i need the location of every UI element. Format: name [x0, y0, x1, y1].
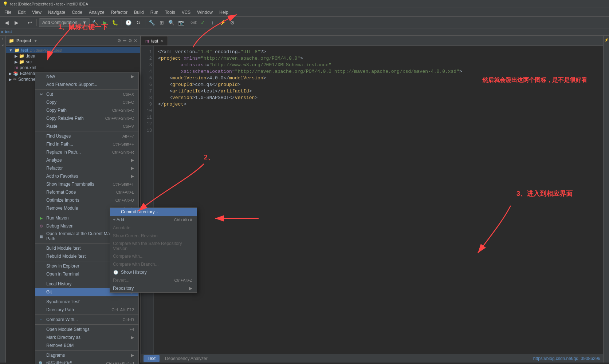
reload-button[interactable]: ↻	[134, 18, 143, 27]
menu-edit[interactable]: Edit	[15, 9, 28, 16]
left-icon-2[interactable]: 2	[0, 43, 5, 48]
debug-button[interactable]: 🐛	[111, 18, 119, 27]
right-icon-1[interactable]: ⚡	[604, 37, 609, 43]
cm-st-icon	[38, 181, 44, 187]
cm-refactor[interactable]: Refactor ▶	[35, 164, 138, 172]
cm-compare-with[interactable]: ↔ Compare With... Ctrl+D	[35, 316, 138, 324]
git-check-button[interactable]: ✓	[199, 18, 207, 27]
tab-text[interactable]: Text	[144, 355, 160, 362]
git-options-button[interactable]: ⊘	[228, 18, 237, 27]
git-update-button[interactable]: ⚡	[218, 18, 227, 27]
menu-analyze[interactable]: Analyze	[86, 9, 107, 16]
menu-tools[interactable]: Tools	[162, 9, 178, 16]
project-list-icon[interactable]: ☰	[123, 38, 127, 43]
menu-run[interactable]: Run	[148, 9, 161, 16]
menu-vcs[interactable]: VCS	[179, 9, 194, 16]
run-config-button[interactable]: Add Configuration... ▼	[39, 18, 90, 27]
git-commit-dir[interactable]: Commit Directory...	[110, 208, 197, 216]
code-line-1: <?xml version="1.0" encoding="UTF-8"?>	[158, 49, 599, 55]
cm-remove-bom[interactable]: Remove BOM	[35, 341, 138, 349]
cm-new[interactable]: New ▶	[35, 72, 138, 80]
back-button[interactable]: ◀	[2, 18, 11, 27]
title-bar: 💡 test [D:\ideaProject\test] - test - In…	[0, 0, 609, 8]
tree-item-test-root[interactable]: ▼ 📁 test D:\ideaProject\test	[6, 47, 140, 53]
main-area: 1 2 📁 Project ▼ ⚙ ☰ ⚙ ✕ ▼ 📁 test D:\idea…	[0, 36, 609, 363]
cm-lh-icon	[38, 281, 44, 287]
revert-button[interactable]: ↩	[25, 18, 34, 27]
cm-rf-shortcut: Ctrl+Alt+L	[116, 190, 134, 194]
ln-10: 10	[142, 108, 152, 114]
git-cs-label: Compare with the Same Repository Version	[113, 241, 192, 251]
search-button[interactable]: 🔍	[167, 18, 176, 27]
cm-add-favorites[interactable]: Add to Favorites ▶	[35, 172, 138, 180]
cm-find-in-path[interactable]: Find in Path... Ctrl+Shift+F	[35, 140, 138, 148]
tree-item-pom[interactable]: m pom.xml	[6, 65, 140, 71]
git-cb-label: Compare with Branch...	[113, 262, 192, 267]
git-add[interactable]: + Add Ctrl+Alt+A	[110, 216, 197, 224]
cm-synchronize[interactable]: Synchronize 'test'	[35, 298, 138, 306]
project-dropdown-arrow[interactable]: ▼	[34, 38, 38, 43]
tab-dependency-analyzer[interactable]: Dependency Analyzer	[161, 355, 212, 362]
cm-copy-label: Copy	[46, 100, 123, 105]
cm-open-module-settings[interactable]: Open Module Settings F4	[35, 325, 138, 333]
cm-sep-7	[35, 297, 138, 297]
git-add-label: + Add	[113, 217, 174, 222]
tab-close-icon[interactable]: ✕	[160, 39, 163, 43]
git-show-history[interactable]: 🕐 Show History	[110, 268, 197, 276]
tree-expand-idea: ▶	[15, 54, 17, 59]
cm-fu-label: Find Usages	[46, 134, 122, 139]
project-close-icon[interactable]: ✕	[134, 38, 137, 43]
project-gear-icon[interactable]: ⚙	[128, 38, 132, 43]
run-button[interactable]: ▶	[101, 18, 110, 27]
git-repository[interactable]: Repository ▶	[110, 284, 197, 292]
cm-mark-dir[interactable]: Mark Directory as ▶	[35, 333, 138, 341]
git-compare-same: Compare with the Same Repository Version	[110, 240, 197, 252]
cm-new-icon	[38, 74, 44, 79]
cm-optimize-imports[interactable]: Optimize Imports Ctrl+Alt+O	[35, 196, 138, 204]
cm-copy-shortcut: Ctrl+C	[123, 100, 134, 104]
cm-copy-path[interactable]: Copy Path Ctrl+Shift+C	[35, 106, 138, 114]
cm-copy[interactable]: Copy Ctrl+C	[35, 98, 138, 106]
left-icon-1[interactable]: 1	[0, 37, 5, 42]
history-button[interactable]: 🕐	[124, 18, 133, 27]
menu-code[interactable]: Code	[69, 9, 85, 16]
menu-view[interactable]: View	[29, 9, 44, 16]
cm-reformat[interactable]: Reformat Code Ctrl+Alt+L	[35, 188, 138, 196]
cm-new-arrow: ▶	[131, 74, 134, 79]
cm-an-icon	[38, 157, 44, 163]
project-settings-icon[interactable]: ⚙	[117, 38, 121, 43]
menu-window[interactable]: Window	[194, 9, 216, 16]
cm-diag-icon	[38, 352, 44, 358]
forward-button[interactable]: ▶	[12, 18, 21, 27]
cm-cut[interactable]: ✂ Cut Ctrl+X	[35, 90, 138, 98]
cm-show-thumbnails[interactable]: Show Image Thumbnails Ctrl+Shift+T	[35, 180, 138, 188]
cm-copy-rel-path[interactable]: Copy Relative Path Ctrl+Alt+Shift+C	[35, 114, 138, 122]
cm-sep-10	[35, 350, 138, 351]
layout-button[interactable]: ⊞	[157, 18, 166, 27]
menu-help[interactable]: Help	[216, 9, 231, 16]
cm-paste[interactable]: Paste Ctrl+V	[35, 122, 138, 130]
editor-tab-pom[interactable]: m test ✕	[141, 36, 168, 46]
cm-rp-shortcut: Ctrl+Shift+R	[112, 150, 134, 154]
cm-rf-icon	[38, 189, 44, 195]
menu-file[interactable]: File	[1, 9, 14, 16]
cm-replace-in-path[interactable]: Replace in Path... Ctrl+Shift+R	[35, 148, 138, 156]
code-content[interactable]: <?xml version="1.0" encoding="UTF-8"?> <…	[154, 46, 603, 354]
camera-button[interactable]: 📷	[177, 18, 186, 27]
cm-find-usages[interactable]: Find Usages Alt+F7	[35, 132, 138, 140]
tree-src-label: src	[26, 59, 32, 64]
build-button[interactable]: 🔨	[91, 18, 100, 27]
cm-analyze[interactable]: Analyze ▶	[35, 156, 138, 164]
cm-dir-path[interactable]: Directory Path Ctrl+Alt+F12	[35, 306, 138, 314]
git-push-button[interactable]: ↑	[208, 18, 217, 27]
cm-diagrams[interactable]: Diagrams ▶	[35, 351, 138, 359]
menu-refactor[interactable]: Refactor	[108, 9, 130, 16]
cm-code-scan[interactable]: 🔍 编码规约扫描 Ctrl+Alt+Shift+J	[35, 359, 138, 364]
wrench-button[interactable]: 🔧	[148, 18, 156, 27]
tree-item-src[interactable]: ▶ 📁 src	[6, 59, 140, 65]
tree-item-idea[interactable]: ▶ 📁 .idea	[6, 53, 140, 59]
menu-navigate[interactable]: Navigate	[45, 9, 68, 16]
menu-build[interactable]: Build	[131, 9, 147, 16]
toolbar-separator-4	[145, 19, 145, 26]
cm-add-framework[interactable]: Add Framework Support...	[35, 80, 138, 88]
